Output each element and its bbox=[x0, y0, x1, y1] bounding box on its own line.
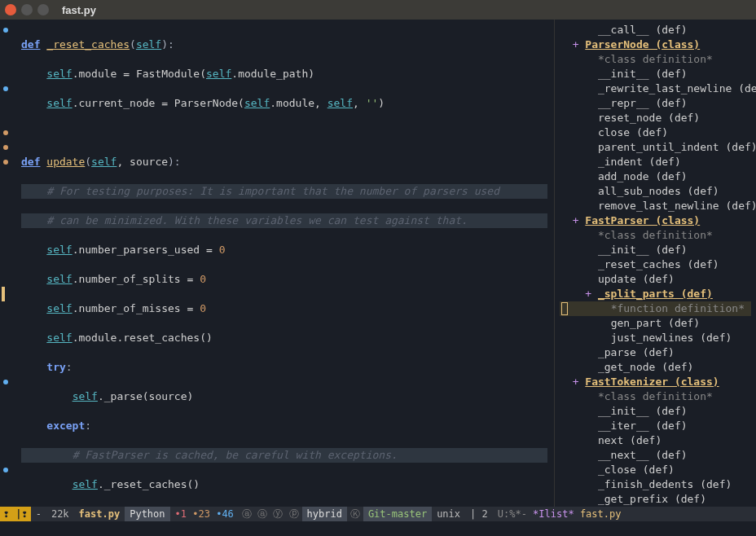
self: self bbox=[73, 478, 98, 490]
modeline-k: Ⓚ bbox=[347, 507, 363, 521]
gutter-row bbox=[0, 125, 21, 140]
outline-item[interactable]: _indent (def) bbox=[560, 155, 751, 169]
gutter-row bbox=[0, 316, 21, 331]
self: self bbox=[327, 97, 353, 109]
flycheck-info: •46 bbox=[216, 508, 234, 520]
outline-item[interactable]: next (def) bbox=[560, 433, 751, 448]
outline-item[interactable]: all_sub_nodes (def) bbox=[560, 184, 751, 199]
flycheck-errors: •1 bbox=[175, 508, 187, 520]
outline-item[interactable]: _parse (def) bbox=[560, 345, 751, 360]
outline-item[interactable]: _finish_dedents (def) bbox=[560, 477, 751, 492]
outline-label: reset_node (def) bbox=[598, 112, 700, 124]
outline-item[interactable]: __init__ (def) bbox=[560, 243, 751, 257]
outline-item[interactable]: __call__ (def) bbox=[560, 23, 751, 37]
gutter-row bbox=[0, 228, 21, 243]
fold-marker-icon[interactable] bbox=[3, 28, 8, 33]
modeline-mode[interactable]: Python bbox=[125, 507, 169, 521]
self: self bbox=[46, 244, 72, 256]
outline-item[interactable]: _reset_caches (def) bbox=[560, 257, 751, 272]
outline-item[interactable]: + FastParser (class) bbox=[560, 213, 751, 228]
gutter-row bbox=[0, 331, 21, 345]
outline-item[interactable]: __repr__ (def) bbox=[560, 96, 751, 111]
window-title: fast.py bbox=[62, 4, 96, 16]
outline-item[interactable]: *function definition* bbox=[560, 301, 751, 316]
outline-item[interactable]: __init__ (def) bbox=[560, 67, 751, 81]
main-area: def _reset_caches(self): self.module = F… bbox=[0, 20, 756, 507]
outline-cursor-icon bbox=[561, 302, 568, 315]
outline-item[interactable]: close (def) bbox=[560, 125, 751, 140]
editor-gutter bbox=[0, 20, 21, 507]
outline-item[interactable]: _get_node (def) bbox=[560, 360, 751, 375]
outline-item[interactable]: *class definition* bbox=[560, 389, 751, 404]
outline-item[interactable]: + _split_parts (def) bbox=[560, 287, 751, 301]
gutter-row bbox=[0, 301, 21, 316]
outline-label: *class definition* bbox=[598, 229, 713, 241]
outline-item[interactable]: just_newlines (def) bbox=[560, 331, 751, 345]
outline-item[interactable]: *class definition* bbox=[560, 228, 751, 243]
code-text: ._reset_caches() bbox=[98, 478, 200, 490]
modeline-position: | 2 bbox=[465, 507, 493, 521]
outline-item[interactable]: parent_until_indent (def) bbox=[560, 140, 751, 155]
outline-item[interactable]: add_node (def) bbox=[560, 169, 751, 184]
modeline-outline-file: fast.py bbox=[574, 508, 622, 520]
outline-item[interactable]: __next__ (def) bbox=[560, 448, 751, 463]
keyword: except bbox=[46, 420, 85, 432]
expand-icon[interactable]: + bbox=[573, 214, 586, 226]
change-marker-icon[interactable] bbox=[3, 130, 8, 135]
outline-label: *function definition* bbox=[611, 302, 745, 314]
self: self bbox=[46, 97, 72, 109]
code-area[interactable]: def _reset_caches(self): self.module = F… bbox=[21, 20, 554, 507]
outline-item[interactable]: remove_last_newline (def) bbox=[560, 199, 751, 213]
outline-item[interactable]: *class definition* bbox=[560, 52, 751, 67]
outline-item[interactable]: reset_node (def) bbox=[560, 111, 751, 125]
paren: ( bbox=[130, 38, 136, 51]
outline-item[interactable]: _rewrite_last_newline (def) bbox=[560, 81, 751, 96]
fold-marker-icon[interactable] bbox=[3, 86, 8, 91]
fold-marker-icon[interactable] bbox=[3, 380, 8, 384]
outline-item[interactable]: + FastTokenizer (class) bbox=[560, 375, 751, 389]
minimize-icon[interactable] bbox=[21, 4, 33, 15]
maximize-icon[interactable] bbox=[37, 4, 49, 15]
outline-label: __init__ (def) bbox=[598, 405, 688, 417]
code-text: .module, bbox=[270, 97, 327, 109]
self: self bbox=[46, 332, 72, 344]
outline-item[interactable]: _get_prefix (def) bbox=[560, 492, 751, 507]
modeline-sep: - bbox=[31, 507, 46, 521]
gutter-row bbox=[0, 96, 21, 111]
self-param: self bbox=[91, 156, 116, 168]
modeline-git[interactable]: Git-master bbox=[363, 507, 432, 521]
close-icon[interactable] bbox=[5, 4, 16, 15]
self-param: self bbox=[136, 38, 161, 51]
change-marker-icon[interactable] bbox=[3, 160, 8, 165]
code-text: .current_node = ParserNode( bbox=[73, 97, 244, 109]
gutter-row bbox=[0, 419, 21, 433]
number: 0 bbox=[200, 302, 206, 314]
fold-marker-icon[interactable] bbox=[3, 468, 8, 472]
outline-label: ParserNode (class) bbox=[585, 38, 700, 51]
outline-item[interactable]: + ParserNode (class) bbox=[560, 37, 751, 52]
outline-item[interactable]: __init__ (def) bbox=[560, 404, 751, 419]
gutter-row bbox=[0, 52, 21, 67]
modeline-buffer: *Ilist* bbox=[533, 508, 574, 520]
change-marker-icon[interactable] bbox=[3, 145, 8, 150]
expand-icon[interactable]: + bbox=[585, 288, 598, 300]
outline-item[interactable]: update (def) bbox=[560, 272, 751, 287]
gutter-row bbox=[0, 389, 21, 404]
outline-sidebar[interactable]: __call__ (def) + ParserNode (class) *cla… bbox=[554, 20, 756, 507]
outline-label: add_node (def) bbox=[598, 170, 688, 182]
editor-pane[interactable]: def _reset_caches(self): self.module = F… bbox=[0, 20, 554, 507]
cursor-line-marker-icon bbox=[2, 287, 5, 301]
expand-icon[interactable]: + bbox=[573, 38, 586, 51]
outline-item[interactable]: _close (def) bbox=[560, 463, 751, 477]
outline-label: just_newlines (def) bbox=[611, 332, 732, 344]
gutter-row bbox=[0, 404, 21, 419]
modeline-flycheck[interactable]: •1 •23 •46 bbox=[170, 507, 239, 521]
outline-label: all_sub_nodes (def) bbox=[598, 185, 719, 197]
modeline-hybrid[interactable]: hybrid bbox=[302, 507, 347, 521]
outline-item[interactable]: gen_part (def) bbox=[560, 316, 751, 331]
comment: # For testing purposes: It is important … bbox=[46, 185, 499, 197]
minibuffer[interactable] bbox=[0, 521, 756, 536]
outline-item[interactable]: __iter__ (def) bbox=[560, 419, 751, 433]
number: 0 bbox=[200, 273, 206, 285]
expand-icon[interactable]: + bbox=[573, 376, 586, 388]
